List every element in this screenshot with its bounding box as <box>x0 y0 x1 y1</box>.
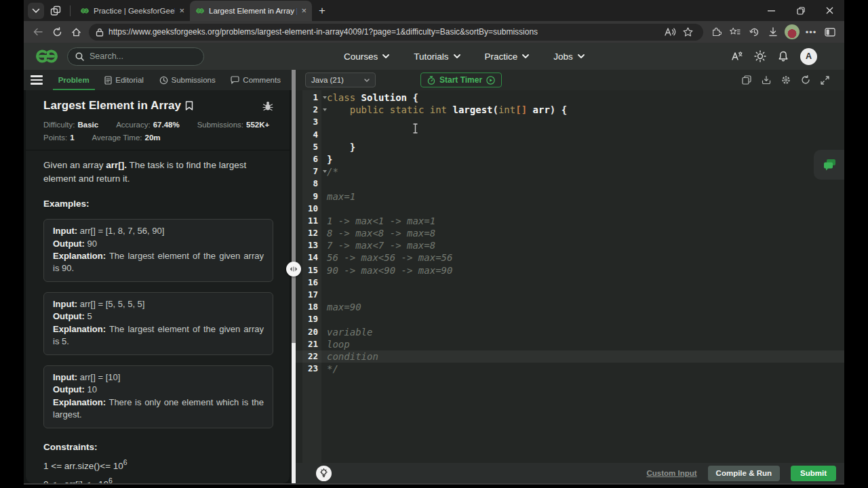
window-controls <box>757 0 844 21</box>
code-line[interactable]: 18max=90 <box>296 301 844 313</box>
doubt-chat-button[interactable] <box>814 150 844 180</box>
fold-arrow-icon[interactable] <box>323 96 327 99</box>
code-line[interactable]: 5 } <box>296 141 844 153</box>
new-tab-button[interactable]: + <box>319 4 326 18</box>
nav-practice[interactable]: Practice <box>485 52 530 62</box>
compile-run-button[interactable]: Compile & Run <box>708 466 780 481</box>
fold-arrow-icon[interactable] <box>323 108 327 111</box>
fullscreen-icon[interactable] <box>821 76 829 85</box>
import-code-icon[interactable] <box>762 75 771 85</box>
code-line[interactable]: 23*/ <box>296 363 844 375</box>
theme-toggle-icon[interactable] <box>754 50 766 62</box>
code-line[interactable]: 7/* <box>296 165 844 178</box>
code-line[interactable]: 111 -> max<1 -> max=1 <box>296 215 844 227</box>
custom-input-link[interactable]: Custom Input <box>646 469 696 477</box>
tab-editorial[interactable]: Editorial <box>104 70 144 90</box>
code-text: 90 -> max<90 -> max=90 <box>327 264 452 277</box>
scrollbar-thumb[interactable] <box>292 343 296 483</box>
chevron-down-icon <box>454 54 460 58</box>
url-text: https://www.geeksforgeeks.org/problems/l… <box>108 27 661 37</box>
hint-bulb-button[interactable] <box>316 466 332 481</box>
code-line[interactable]: 17 <box>296 289 844 301</box>
minimize-icon <box>768 10 775 12</box>
code-text: 8 -> max<8 -> max=8 <box>327 227 435 239</box>
favorite-this-page-button[interactable] <box>679 23 696 41</box>
copy-icon[interactable] <box>742 75 751 85</box>
nav-tutorials[interactable]: Tutorials <box>414 52 460 62</box>
code-line[interactable]: 22condition <box>296 350 844 363</box>
nav-label: Tutorials <box>414 52 448 62</box>
splitter-drag-handle[interactable] <box>286 262 301 277</box>
code-line[interactable]: 137 -> max<7 -> max=8 <box>296 239 844 251</box>
browser-tab-largest-element[interactable]: Largest Element in Array | Practice × <box>190 1 312 21</box>
report-bug-icon[interactable] <box>262 101 273 111</box>
gfg-nav: Courses Tutorials Practice Jobs <box>344 52 585 62</box>
notifications-bell-icon[interactable] <box>778 51 789 62</box>
read-aloud-button[interactable] <box>661 23 679 41</box>
downloads-button[interactable] <box>764 23 782 41</box>
code-line[interactable]: 8 <box>296 178 844 190</box>
meta-submissions: Submissions:552K+ <box>197 121 270 129</box>
sidebar-toggle-button[interactable] <box>821 23 839 41</box>
code-line[interactable]: 1class Solution { <box>296 92 844 104</box>
fold-arrow-icon[interactable] <box>323 170 327 173</box>
close-tab-icon[interactable]: × <box>179 6 184 15</box>
profile-button[interactable] <box>783 23 801 41</box>
extensions-button[interactable] <box>707 23 725 41</box>
code-line[interactable]: 4 <box>296 129 844 141</box>
code-line[interactable]: 16 <box>296 277 844 289</box>
line-number: 14 <box>296 251 321 264</box>
code-line[interactable]: 1590 -> max<90 -> max=90 <box>296 264 844 277</box>
bookmark-icon[interactable] <box>185 101 193 110</box>
editor-settings-gear-icon[interactable] <box>781 75 791 85</box>
tab-search-button[interactable] <box>28 3 44 19</box>
favorites-button[interactable] <box>726 23 744 41</box>
search-icon <box>75 52 84 61</box>
nav-courses[interactable]: Courses <box>344 52 389 62</box>
refresh-button[interactable] <box>48 23 66 41</box>
code-line[interactable]: 20variable <box>296 326 844 338</box>
code-line[interactable]: 19 <box>296 313 844 325</box>
code-line[interactable]: 21loop <box>296 338 844 350</box>
minimize-button[interactable] <box>757 0 786 21</box>
user-avatar[interactable]: A <box>800 48 817 65</box>
problem-header: Largest Element in Array Difficulty:Basi… <box>26 90 290 150</box>
search-input[interactable]: Search... <box>67 47 204 66</box>
example-box: Input: arr[] = [10] Output: 10 Explanati… <box>43 365 273 428</box>
tab-comments[interactable]: Comments <box>231 70 281 90</box>
code-line[interactable]: 6} <box>296 153 844 165</box>
submit-button[interactable]: Submit <box>791 466 836 481</box>
panel-splitter[interactable] <box>292 70 296 483</box>
code-line[interactable]: 1456 -> max<56 -> max=56 <box>296 251 844 264</box>
reset-code-icon[interactable] <box>801 75 810 85</box>
chevron-down-icon <box>32 8 40 14</box>
start-timer-button[interactable]: Start Timer <box>420 73 502 87</box>
code-line[interactable]: 9max=1 <box>296 190 844 203</box>
tab-problem[interactable]: Problem <box>58 70 90 90</box>
close-window-button[interactable] <box>815 0 844 21</box>
settings-more-button[interactable]: ••• <box>802 23 820 41</box>
address-bar[interactable]: https://www.geeksforgeeks.org/problems/l… <box>89 24 703 41</box>
code-line[interactable]: 128 -> max<8 -> max=8 <box>296 227 844 239</box>
home-button[interactable] <box>67 23 85 41</box>
tab-label: Editorial <box>115 76 144 84</box>
history-button[interactable] <box>745 23 763 41</box>
example-box: Input: arr[] = [1, 8, 7, 56, 90] Output:… <box>43 219 273 282</box>
chevron-down-icon <box>578 54 585 58</box>
workspaces-button[interactable] <box>48 3 63 18</box>
menu-button[interactable] <box>31 75 43 85</box>
code-line[interactable]: 3 <box>296 116 844 128</box>
restore-button[interactable] <box>786 0 815 21</box>
browser-tab-practice[interactable]: Practice | GeeksforGeeks | A comp × <box>75 1 190 21</box>
language-select[interactable]: Java (21) <box>305 73 376 87</box>
code-line[interactable]: 2 public static int largest(int[] arr) { <box>296 104 844 116</box>
code-line[interactable]: 10 <box>296 203 844 215</box>
back-button[interactable] <box>29 23 47 41</box>
translate-icon[interactable] <box>730 51 743 62</box>
code-text: } <box>327 153 332 165</box>
tab-submissions[interactable]: Submissions <box>159 70 216 90</box>
code-text: condition <box>327 350 378 363</box>
close-tab-icon[interactable]: × <box>301 6 307 15</box>
nav-jobs[interactable]: Jobs <box>553 52 585 62</box>
code-area[interactable]: 1class Solution {2 public static int lar… <box>296 90 844 463</box>
